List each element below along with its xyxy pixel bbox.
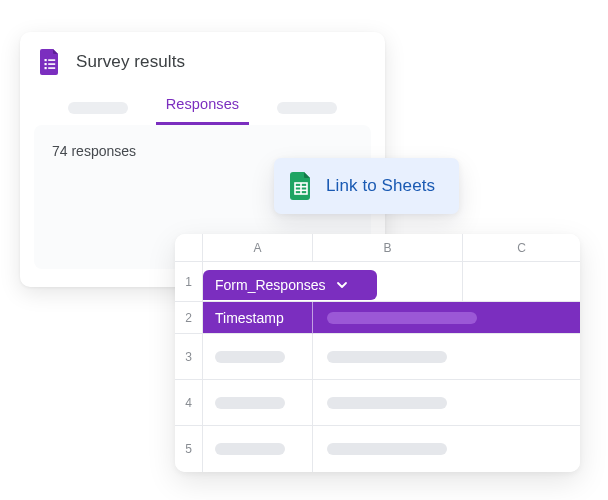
cell-3bc[interactable] <box>313 334 580 380</box>
header-cell-rest[interactable] <box>313 302 580 334</box>
placeholder-pill <box>327 397 447 409</box>
row-header-4[interactable]: 4 <box>175 380 203 426</box>
row-header-5[interactable]: 5 <box>175 426 203 472</box>
tab-responses[interactable]: Responses <box>156 90 249 125</box>
cell-5bc[interactable] <box>313 426 580 472</box>
sheet-tab-dropdown[interactable]: Form_Responses <box>203 270 377 300</box>
placeholder-pill <box>327 351 447 363</box>
responses-count: 74 responses <box>52 143 353 159</box>
link-to-sheets-button[interactable]: Link to Sheets <box>274 158 459 214</box>
placeholder-pill <box>215 351 285 363</box>
svg-rect-3 <box>48 63 55 65</box>
forms-tabs: Responses <box>20 84 385 125</box>
column-header-b[interactable]: B <box>313 234 463 262</box>
placeholder-pill <box>215 443 285 455</box>
forms-title: Survey results <box>76 52 185 72</box>
placeholder-pill <box>215 397 285 409</box>
svg-rect-4 <box>45 67 47 69</box>
sheets-icon <box>290 172 312 200</box>
spreadsheet-card: A B C 1 Form_Responses 2 Timestamp 3 4 <box>175 234 580 472</box>
sheet-tab-cell: Form_Responses <box>203 262 463 302</box>
tab-placeholder-right[interactable] <box>277 102 337 114</box>
placeholder-pill <box>327 443 447 455</box>
cell-4bc[interactable] <box>313 380 580 426</box>
cell-4a[interactable] <box>203 380 313 426</box>
tab-placeholder-left[interactable] <box>68 102 128 114</box>
link-to-sheets-label: Link to Sheets <box>326 176 435 196</box>
header-placeholder <box>327 312 477 324</box>
cell-3a[interactable] <box>203 334 313 380</box>
spreadsheet-grid: A B C 1 Form_Responses 2 Timestamp 3 4 <box>175 234 580 472</box>
column-header-c[interactable]: C <box>463 234 580 262</box>
cell-5a[interactable] <box>203 426 313 472</box>
forms-icon <box>40 48 62 76</box>
chevron-down-icon <box>336 279 348 291</box>
row-header-3[interactable]: 3 <box>175 334 203 380</box>
row-header-1[interactable]: 1 <box>175 262 203 302</box>
sheet-tab-label: Form_Responses <box>215 277 326 293</box>
svg-rect-1 <box>48 59 55 61</box>
svg-rect-0 <box>45 59 47 61</box>
svg-rect-2 <box>45 63 47 65</box>
column-header-a[interactable]: A <box>203 234 313 262</box>
header-cell-timestamp[interactable]: Timestamp <box>203 302 313 334</box>
corner-cell <box>175 234 203 262</box>
svg-rect-5 <box>48 67 55 69</box>
forms-header: Survey results <box>20 32 385 84</box>
row-header-2[interactable]: 2 <box>175 302 203 334</box>
cell-1c[interactable] <box>463 262 580 302</box>
